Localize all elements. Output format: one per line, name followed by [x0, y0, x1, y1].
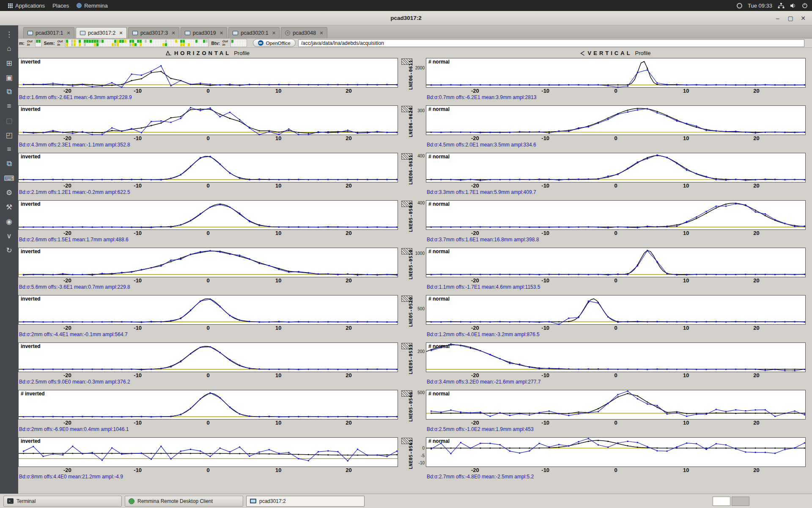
fit-stats: Bd:σ:2mm offs:-4.4E1 mean:-0.1mm ampl:56… — [18, 331, 398, 337]
vertical-profile-block-LNE05-0561: # normal0-5-10-20-1001020Bd:σ:2.7mm offs… — [426, 437, 806, 485]
plot-mode-label: # normal — [428, 154, 450, 160]
taskbar-button-label: Remmina Remote Desktop Client — [137, 498, 213, 504]
volume-icon[interactable] — [790, 3, 796, 8]
tab-pcad3017:3[interactable]: pcad3017:3× — [128, 27, 179, 38]
options-icon[interactable]: ≡ — [0, 99, 18, 113]
plot-mode-label: # normal — [428, 296, 450, 302]
menu-lines-icon[interactable]: ≡ — [0, 142, 18, 157]
dynamic-resolution-icon[interactable]: ▢ — [0, 113, 18, 128]
tab-close-icon[interactable]: × — [220, 30, 223, 36]
scaled-mode-icon[interactable]: ▣ — [0, 70, 18, 85]
vertical-profile-plot: # normal500 — [426, 390, 806, 420]
fit-stats: Bd:σ:2.5mm offs:-1.0E2 mean:1.9mm ampl:4… — [426, 426, 806, 432]
new-connection-icon[interactable]: ⊞ — [0, 56, 18, 70]
svg-text:1000: 1000 — [415, 251, 425, 256]
tab-close-icon[interactable]: × — [320, 30, 323, 36]
device-label: LNE05-0510 — [408, 249, 414, 279]
profile-svg: 0-5-10 — [426, 438, 805, 467]
remmina-menu[interactable]: Remmina — [73, 0, 112, 11]
device-label: LNE05-0546 — [408, 392, 414, 422]
fit-stats: Bd:σ:8mm offs:4.4E0 mean:21.2mm ampl:-4.… — [18, 474, 398, 480]
plot-mode-label: inverted — [21, 296, 41, 302]
horizontal-profile-block-LNE06-0611: inverted-20-1001020Bd:σ:1.6mm offs:-2.6E… — [18, 58, 398, 105]
device-gutter: LNE05-0520 — [398, 295, 426, 342]
acquisition-path-input[interactable] — [298, 39, 804, 47]
fit-stats: Bd:σ:2.6mm offs:1.5E1 mean:1.7mm ampl:48… — [18, 237, 398, 243]
plot-mode-label: # normal — [428, 343, 450, 349]
tab-label: pcad3048 — [293, 30, 316, 36]
btv-label: Btv: — [211, 41, 219, 46]
device-label: LNE06-0624 — [408, 107, 414, 137]
fit-stats: Bd:σ:4.3mm offs:2.3E1 mean:-1.1mm ampl:3… — [18, 142, 398, 148]
screenshot-icon[interactable]: ◉ — [0, 214, 18, 229]
vertical-profile-plot: # normal200 — [426, 342, 806, 372]
preferences-icon[interactable]: ⚙ — [0, 185, 18, 200]
x-axis-ticks: -20-1001020 — [426, 325, 806, 331]
resize-window-icon[interactable]: ◰ — [0, 128, 18, 142]
profile-svg — [19, 295, 398, 325]
plot-mode-label: inverted — [21, 106, 41, 112]
plot-mode-label: inverted — [21, 201, 41, 207]
profile-row-LNE06-0631: inverted-20-1001020Bd:σ:2.1mm offs:1.2E1… — [18, 153, 812, 200]
tab-label: pcad3017:1 — [36, 30, 63, 36]
tab-pcad3017:2[interactable]: pcad3017:2× — [76, 27, 127, 38]
minimize-button[interactable]: – — [772, 13, 783, 23]
clock[interactable]: Tue 09:33 — [748, 3, 772, 9]
status-indicator-icon[interactable] — [737, 3, 742, 8]
horizontal-profile-plot: inverted — [18, 342, 398, 372]
tab-label: pcad3019 — [193, 30, 216, 36]
tab-label: pcad3017:2 — [88, 30, 115, 36]
maximize-button[interactable]: ▢ — [785, 13, 796, 23]
refresh-icon[interactable]: ↻ — [0, 243, 18, 257]
home-icon[interactable]: ⌂ — [0, 41, 18, 56]
fit-stats: Bd:σ:1.1mm offs:-1.7E1 mean:4.6mm ampl:1… — [426, 284, 806, 290]
m-status-grid — [35, 39, 41, 47]
out-in-label: OutIn — [27, 40, 33, 47]
tab-pcad3017:1[interactable]: pcad3017:1× — [23, 27, 74, 38]
tab-close-icon[interactable]: × — [67, 30, 70, 36]
profile-svg: 500 — [426, 295, 805, 325]
horizontal-profile-header: HORIZONTAL Profile — [166, 50, 250, 56]
taskbar-button-pcad3017:2[interactable]: pcad3017:2 — [246, 496, 365, 507]
duplicate-window-icon[interactable]: ⧉ — [0, 157, 18, 171]
profile-row-LNE05-0520: inverted-20-1001020Bd:σ:2mm offs:-4.4E1 … — [18, 295, 812, 342]
fullscreen-icon[interactable]: ⧉ — [0, 85, 18, 99]
x-axis-ticks: -20-1001020 — [426, 135, 806, 141]
svg-text:300: 300 — [417, 108, 425, 113]
device-gutter: LNE06-0631 — [398, 153, 426, 200]
tab-close-icon[interactable]: × — [272, 30, 276, 36]
workspace-1[interactable] — [713, 497, 730, 506]
menu-dots-icon[interactable]: ⋮ — [0, 27, 18, 41]
network-icon[interactable] — [778, 3, 785, 8]
close-button[interactable]: ✕ — [798, 13, 809, 23]
taskbar-button-terminal[interactable]: >_Terminal — [3, 496, 122, 507]
profile-row-LNE06-0624: inverted-20-1001020Bd:σ:4.3mm offs:2.3E1… — [18, 105, 812, 153]
horizontal-profile-block-LNE05-0561: inverted-20-1001020Bd:σ:8mm offs:4.4E0 m… — [18, 437, 398, 485]
tab-label: pcad3017:3 — [140, 30, 168, 36]
collapse-icon[interactable]: ∨ — [0, 229, 18, 243]
svg-text:400: 400 — [417, 201, 425, 205]
applications-menu[interactable]: Applications — [4, 0, 49, 11]
window-titlebar: pcad3017:2 – ▢ ✕ — [0, 11, 812, 25]
keyboard-grab-icon[interactable]: ⌨ — [0, 171, 18, 185]
x-axis-ticks: -20-1001020 — [426, 230, 806, 236]
device-label: LNE05-0561 — [408, 439, 414, 469]
tab-pcad3020:1[interactable]: pcad3020:1× — [228, 27, 280, 38]
power-icon[interactable] — [802, 3, 808, 8]
tab-close-icon[interactable]: × — [119, 30, 123, 36]
taskbar-button-remmina-remote-desktop-client[interactable]: Remmina Remote Desktop Client — [125, 496, 243, 507]
x-axis-ticks: -20-1001020 — [18, 277, 398, 284]
vertical-profile-icon — [580, 51, 585, 56]
vertical-profile-block-LNE06-0611: # normal2000-20-1001020Bd:σ:0.7mm offs:-… — [426, 58, 806, 105]
tab-pcad3019[interactable]: pcad3019× — [181, 27, 228, 38]
tab-pcad3048[interactable]: ×pcad3048× — [281, 27, 327, 38]
openoffice-icon — [258, 40, 263, 46]
tools-icon[interactable]: ⚒ — [0, 200, 18, 214]
tab-close-icon[interactable]: × — [172, 30, 175, 36]
openoffice-button[interactable]: OpenOffice — [253, 39, 296, 47]
places-menu[interactable]: Places — [49, 0, 73, 11]
workspace-2[interactable] — [732, 497, 749, 506]
out-in-label: OutIn — [57, 40, 63, 47]
remmina-menu-icon — [77, 3, 82, 8]
plot-mode-label: inverted — [21, 248, 41, 254]
